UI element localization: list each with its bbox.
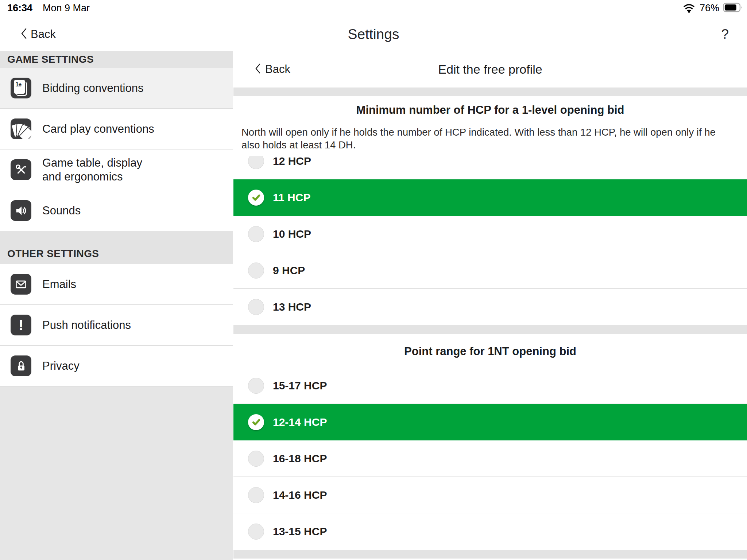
- option-label: 12-14 HCP: [273, 416, 327, 428]
- radio-unchecked-icon[interactable]: [248, 226, 264, 242]
- radio-unchecked-icon[interactable]: [248, 156, 264, 169]
- bottom-separator-band: [233, 550, 747, 559]
- sidebar-item-label: Card play conventions: [42, 122, 154, 136]
- section-title: Minimum number of HCP for a 1-level open…: [239, 96, 747, 122]
- option-row-15-17-hcp[interactable]: 15-17 HCP: [233, 368, 747, 404]
- sidebar-item-card-play-conventions[interactable]: Card play conventions: [0, 109, 233, 149]
- radio-unchecked-icon[interactable]: [248, 378, 264, 394]
- radio-unchecked-icon[interactable]: [248, 487, 264, 503]
- option-label: 11 HCP: [273, 191, 310, 204]
- option-row-11-hcp[interactable]: 11 HCP: [233, 179, 747, 216]
- tools-icon: [11, 159, 31, 180]
- sidebar-item-sounds[interactable]: Sounds: [0, 190, 233, 231]
- app-header: Back Settings ?: [0, 18, 747, 51]
- option-label: 9 HCP: [273, 264, 305, 277]
- sidebar-item-bidding-conventions[interactable]: 1♠Bidding conventions: [0, 68, 233, 109]
- option-row-12-hcp[interactable]: 12 HCP: [233, 156, 747, 179]
- option-row-10-hcp[interactable]: 10 HCP: [233, 216, 747, 252]
- option-row-9-hcp[interactable]: 9 HCP: [233, 252, 747, 289]
- option-row-12-14-hcp[interactable]: 12-14 HCP: [233, 404, 747, 440]
- option-row-16-18-hcp[interactable]: 16-18 HCP: [233, 440, 747, 477]
- sidebar-item-push-notifications[interactable]: !Push notifications: [0, 305, 233, 346]
- sidebar-section-title: OTHER SETTINGS: [7, 248, 99, 260]
- option-row-13-hcp[interactable]: 13 HCP: [233, 289, 747, 325]
- padlock-icon: [11, 355, 31, 376]
- option-label: 10 HCP: [273, 228, 311, 240]
- sidebar-item-emails[interactable]: Emails: [0, 264, 233, 305]
- radio-checked-icon[interactable]: [248, 190, 264, 206]
- radio-checked-icon[interactable]: [248, 414, 264, 430]
- section-description: North will open only if he holds the num…: [233, 122, 747, 156]
- sidebar-item-label: Emails: [42, 277, 76, 291]
- settings-sidebar: GAME SETTINGS1♠Bidding conventionsCard p…: [0, 51, 233, 560]
- exclamation-icon: !: [11, 315, 31, 335]
- profile-title: Edit the free profile: [233, 51, 747, 88]
- status-bar: 16:34 Mon 9 Mar 76%: [0, 0, 747, 18]
- scroll-clipped-row: 12 HCP: [233, 156, 747, 179]
- battery-icon: [723, 2, 744, 15]
- wifi-icon: [682, 2, 696, 15]
- sidebar-item-label: Sounds: [42, 204, 81, 218]
- speaker-icon: [11, 200, 31, 221]
- page-title: Settings: [0, 18, 747, 51]
- option-row-13-15-hcp[interactable]: 13-15 HCP: [233, 513, 747, 550]
- fanned-cards-icon: [11, 118, 31, 139]
- sidebar-item-label: Push notifications: [42, 318, 131, 332]
- battery-percent: 76%: [700, 3, 719, 14]
- main-sections: Minimum number of HCP for a 1-level open…: [233, 96, 747, 550]
- option-label: 13-15 HCP: [273, 525, 327, 538]
- separator-band: [233, 325, 747, 334]
- sidebar-section-title: GAME SETTINGS: [7, 54, 94, 65]
- option-label: 14-16 HCP: [273, 489, 327, 501]
- radio-unchecked-icon[interactable]: [248, 524, 264, 540]
- status-time: 16:34: [7, 3, 32, 14]
- radio-unchecked-icon[interactable]: [248, 451, 264, 467]
- separator-band: [233, 88, 747, 96]
- option-label: 13 HCP: [273, 301, 311, 313]
- option-label: 12 HCP: [273, 156, 311, 167]
- envelope-icon: [11, 274, 31, 295]
- bidding-card-icon: 1♠: [11, 78, 31, 98]
- radio-unchecked-icon[interactable]: [248, 299, 264, 315]
- main-panel: Back Edit the free profile Minimum numbe…: [233, 51, 747, 560]
- section-title: Point range for 1NT opening bid: [233, 334, 747, 368]
- help-button[interactable]: ?: [721, 18, 729, 51]
- status-date: Mon 9 Mar: [43, 3, 90, 14]
- option-row-14-16-hcp[interactable]: 14-16 HCP: [233, 477, 747, 513]
- sidebar-section-header: OTHER SETTINGS: [0, 231, 233, 264]
- sidebar-item-game-table-display-and-ergonomics[interactable]: Game table, display and ergonomics: [0, 149, 233, 190]
- option-label: 15-17 HCP: [273, 380, 327, 392]
- sidebar-sections: GAME SETTINGS1♠Bidding conventionsCard p…: [0, 51, 233, 386]
- profile-header: Back Edit the free profile: [233, 51, 747, 88]
- sidebar-section-header: GAME SETTINGS: [0, 51, 233, 68]
- sidebar-item-label: Bidding conventions: [42, 81, 143, 95]
- sidebar-item-privacy[interactable]: Privacy: [0, 346, 233, 386]
- sidebar-item-label: Privacy: [42, 359, 80, 373]
- radio-unchecked-icon[interactable]: [248, 262, 264, 279]
- sidebar-item-label: Game table, display and ergonomics: [42, 156, 163, 184]
- option-label: 16-18 HCP: [273, 452, 327, 465]
